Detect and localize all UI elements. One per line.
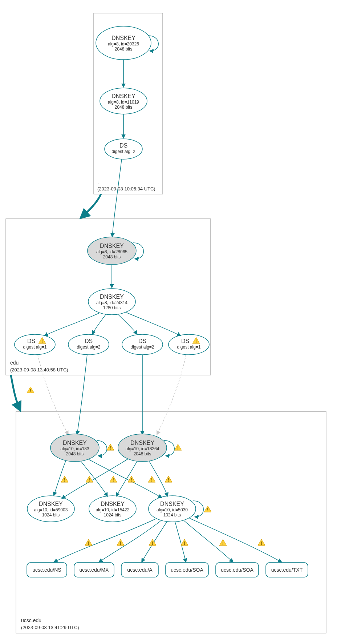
node-dnskey-18264[interactable]: DNSKEY alg=10, id=18264 2048 bits [118,434,167,462]
svg-text:!: ! [184,540,185,546]
warning-icon[interactable]: ! [204,506,211,512]
node-ds1-warn[interactable]: DS digest alg=1 [15,334,55,355]
svg-text:DNSKEY: DNSKEY [39,501,63,507]
rr-a[interactable]: ucsc.edu/A [121,563,158,577]
warning-icon[interactable]: ! [181,539,188,546]
edge-24314-ds3 [118,314,137,334]
svg-text:ucsc.edu/TXT: ucsc.edu/TXT [271,567,303,573]
svg-text:!: ! [113,477,114,483]
svg-text:DS: DS [27,338,35,344]
node-dnskey-28065[interactable]: DNSKEY alg=8, id=28065 2048 bits [88,237,136,265]
warning-icon[interactable]: ! [258,539,265,546]
warning-icon[interactable]: ! [117,539,124,546]
edge-ds-to-28065 [112,159,122,237]
edge-5030-txt [190,518,282,562]
edge-18264-15422 [116,461,137,496]
svg-text:digest alg=2: digest alg=2 [77,345,100,350]
edge-183-15422 [81,461,107,496]
svg-text:!: ! [64,477,65,483]
svg-text:DS: DS [181,338,189,344]
svg-text:!: ! [152,540,153,546]
edge-24314-ds4 [126,313,181,336]
svg-text:DNSKEY: DNSKEY [111,93,135,99]
svg-text:!: ! [195,338,197,344]
svg-text:!: ! [261,540,262,546]
rr-mx[interactable]: ucsc.edu/MX [74,563,114,577]
svg-text:ucsc.edu/MX: ucsc.edu/MX [80,567,109,573]
warning-icon[interactable]: ! [174,444,182,451]
node-ds4-warn[interactable]: DS digest alg=1 [168,334,209,355]
warning-icon[interactable]: ! [128,476,135,483]
svg-text:!: ! [131,477,132,483]
svg-text:2048 bits: 2048 bits [66,451,84,456]
warning-icon[interactable]: ! [165,476,172,483]
svg-text:!: ! [222,540,224,546]
warning-icon[interactable]: ! [107,444,114,451]
svg-text:digest alg=1: digest alg=1 [177,345,200,350]
rr-soa1[interactable]: ucsc.edu/SOA [166,563,208,577]
svg-text:!: ! [168,477,169,483]
svg-text:DS: DS [85,338,93,344]
node-dnskey-59003[interactable]: DNSKEY alg=10, id=59003 1024 bits [27,496,74,522]
node-dnskey-5030[interactable]: DNSKEY alg=10, id=5030 1024 bits [149,496,196,522]
edge-5030-ns [54,519,155,562]
svg-text:DNSKEY: DNSKEY [100,243,124,249]
node-dnskey-24314[interactable]: DNSKEY alg=8, id=24314 1280 bits [88,289,135,315]
zone-root-name: . [97,179,99,185]
edge-5030-a [142,522,167,562]
warning-icon[interactable]: ! [148,476,155,483]
svg-text:alg=8, id=11019: alg=8, id=11019 [108,100,139,105]
svg-text:2048 bits: 2048 bits [103,254,121,259]
svg-text:!: ! [41,338,43,344]
svg-text:DNSKEY: DNSKEY [130,440,154,446]
node-dnskey-15422[interactable]: DNSKEY alg=10, id=15422 1024 bits [89,496,136,522]
warning-icon[interactable]: ! [110,476,117,483]
node-dnskey-11019[interactable]: DNSKEY alg=8, id=11019 2048 bits [100,88,147,114]
edge-delegation-edu-ucsc [11,375,20,411]
node-ds-edu[interactable]: DS digest alg=2 [105,139,142,159]
svg-text:DNSKEY: DNSKEY [111,35,135,41]
svg-text:!: ! [110,445,111,451]
svg-text:alg=10, id=183: alg=10, id=183 [60,446,89,451]
warning-icon[interactable]: ! [85,539,92,546]
svg-text:alg=8, id=24314: alg=8, id=24314 [96,300,127,305]
rr-ns[interactable]: ucsc.edu/NS [27,563,67,577]
svg-text:ucsc.edu/SOA: ucsc.edu/SOA [171,567,203,573]
edge-18264-59003 [62,459,128,499]
warning-icon[interactable]: ! [61,476,68,483]
svg-text:DS: DS [119,142,127,149]
svg-text:alg=8, id=28065: alg=8, id=28065 [96,249,127,254]
node-ds2[interactable]: DS digest alg=2 [68,334,109,355]
svg-text:1024 bits: 1024 bits [104,512,122,518]
edge-ds4-to-18264 [157,355,186,435]
node-ds3[interactable]: DS digest alg=2 [122,334,163,355]
rr-txt[interactable]: ucsc.edu/TXT [266,563,308,577]
svg-text:ucsc.edu/NS: ucsc.edu/NS [32,567,61,573]
rr-soa2[interactable]: ucsc.edu/SOA [216,563,259,577]
warning-icon[interactable]: ! [86,476,93,483]
zone-root-ts: (2023-09-08 10:06:34 UTC) [97,186,155,192]
svg-text:!: ! [120,540,121,546]
svg-text:2048 bits: 2048 bits [115,105,133,110]
svg-text:DNSKEY: DNSKEY [101,501,125,507]
svg-text:1024 bits: 1024 bits [163,512,181,518]
svg-text:!: ! [207,507,208,512]
svg-text:!: ! [177,445,179,451]
svg-text:2048 bits: 2048 bits [115,47,133,52]
edge-ds2-to-183 [77,355,87,435]
svg-text:alg=8, id=20326: alg=8, id=20326 [108,41,139,47]
svg-text:!: ! [151,477,153,483]
svg-text:ucsc.edu/SOA: ucsc.edu/SOA [221,567,253,573]
svg-text:digest alg=2: digest alg=2 [130,345,154,350]
zone-edu-name: edu [10,360,19,366]
svg-text:DNSKEY: DNSKEY [160,501,184,507]
svg-text:!: ! [88,540,89,546]
node-dnskey-20326[interactable]: DNSKEY alg=8, id=20326 2048 bits [96,26,151,60]
edge-ds1-to-183 [38,355,68,435]
svg-text:!: ! [30,388,31,393]
node-dnskey-183[interactable]: DNSKEY alg=10, id=183 2048 bits [50,434,99,462]
warning-icon[interactable]: ! [219,539,227,546]
svg-text:digest alg=2: digest alg=2 [111,149,135,154]
warning-icon[interactable]: ! [27,387,34,393]
svg-text:alg=10, id=18264: alg=10, id=18264 [126,446,159,451]
